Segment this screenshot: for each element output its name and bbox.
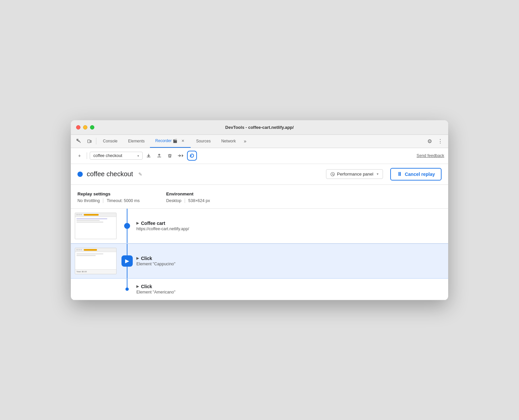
tab-network[interactable]: Network	[216, 134, 241, 148]
step-subtitle-1: https://coffee-cart.netlify.app/	[136, 227, 443, 231]
minimize-button[interactable]	[83, 125, 87, 130]
recording-status-dot	[77, 172, 83, 177]
close-button[interactable]	[76, 125, 80, 130]
settings-area: Replay settings No throttling Timeout: 5…	[71, 185, 448, 209]
step-row[interactable]: ▶ Coffee cart https://coffee-cart.netlif…	[71, 209, 448, 243]
settings-divider-2	[185, 198, 185, 203]
expand-arrow-icon-3: ▶	[136, 285, 139, 288]
step-connector-1	[120, 209, 134, 243]
window-title: DevTools - coffee-cart.netlify.app/	[225, 125, 294, 130]
environment-size: 538×624 px	[188, 198, 210, 203]
settings-divider-1	[103, 198, 103, 203]
step-row[interactable]: ▶ Click Element "Americano"	[71, 279, 448, 300]
thumbnail-box	[75, 213, 117, 239]
steps-list: ▶ Coffee cart https://coffee-cart.netlif…	[71, 209, 448, 300]
toolbar-separator-1	[87, 152, 87, 159]
export-recording-button[interactable]	[144, 151, 153, 160]
step-subtitle-2: Element "Cappucino"	[136, 262, 443, 266]
environment-col: Environment Desktop 538×624 px	[166, 191, 210, 203]
thumbnail-footer: Total: $0.00	[75, 269, 116, 274]
replay-settings-col: Replay settings No throttling Timeout: 5…	[77, 191, 140, 203]
environment-type: Desktop	[166, 198, 181, 203]
step-thumbnail-3	[71, 279, 120, 300]
tab-sources[interactable]: Sources	[191, 134, 216, 148]
tab-separator-1	[96, 138, 96, 144]
thumbnail-box-active: Total: $0.00	[75, 248, 117, 274]
traffic-lights	[76, 125, 94, 130]
step-title-1: ▶ Coffee cart	[136, 221, 443, 226]
replay-settings-heading: Replay settings	[77, 191, 140, 196]
step-node-small-3	[125, 288, 129, 291]
step-connector-3	[120, 279, 134, 300]
delete-recording-button[interactable]	[165, 151, 174, 160]
edit-recording-name-icon[interactable]: ✎	[138, 172, 142, 177]
recording-selector[interactable]: coffee checkout ▾	[90, 152, 143, 160]
title-bar: DevTools - coffee-cart.netlify.app/	[71, 120, 448, 135]
step-node-navigate	[124, 223, 130, 229]
import-recording-button[interactable]	[155, 151, 164, 160]
tab-bar: Console Elements Recorder 🎬 ✕ Sources Ne…	[71, 135, 448, 148]
play-arrow-icon: ▶	[125, 258, 129, 264]
step-thumbnail-active: Total: $0.00	[71, 244, 120, 278]
step-content-1: ▶ Coffee cart https://coffee-cart.netlif…	[134, 209, 448, 243]
timeout-value: Timeout: 5000 ms	[107, 198, 140, 203]
maximize-button[interactable]	[90, 125, 94, 130]
expand-arrow-icon: ▶	[136, 221, 139, 225]
svg-rect-1	[88, 140, 90, 143]
inspect-element-icon[interactable]	[73, 136, 84, 146]
svg-rect-2	[90, 140, 91, 142]
throttling-value: No throttling	[77, 198, 100, 203]
recording-title: coffee checkout	[87, 170, 133, 178]
chevron-down-icon: ▾	[137, 154, 139, 158]
step-subtitle-3: Element "Americano"	[136, 290, 443, 294]
step-thumbnail	[71, 209, 120, 243]
tab-recorder-content: Recorder 🎬 ✕	[155, 138, 185, 143]
environment-values: Desktop 538×624 px	[166, 198, 210, 203]
step-title-2: ▶ Click	[136, 256, 443, 261]
step-content-2: ▶ Click Element "Cappucino"	[134, 244, 448, 278]
settings-gear-icon[interactable]: ⚙	[424, 136, 435, 146]
send-feedback-link[interactable]: Send feedback	[417, 153, 444, 158]
step-over-button[interactable]	[176, 151, 185, 160]
step-connector-2: ▶	[120, 244, 134, 278]
more-options-icon[interactable]: ⋮	[435, 136, 446, 146]
tab-recorder[interactable]: Recorder 🎬 ✕	[150, 134, 191, 148]
device-toolbar-icon[interactable]	[84, 136, 95, 146]
tab-console[interactable]: Console	[98, 134, 123, 148]
replay-settings-values: No throttling Timeout: 5000 ms	[77, 198, 140, 203]
devtools-window: DevTools - coffee-cart.netlify.app/ Cons…	[71, 120, 448, 300]
environment-heading: Environment	[166, 191, 210, 196]
cancel-replay-button[interactable]: ⏸ Cancel replay	[390, 168, 442, 181]
step-content-3: ▶ Click Element "Americano"	[134, 279, 448, 300]
step-node-click-active: ▶	[121, 255, 133, 267]
step-title-3: ▶ Click	[136, 284, 443, 289]
performance-panel-button[interactable]: Performance panel ▾	[326, 169, 383, 179]
step-row[interactable]: Total: $0.00 ▶ ▶ Click Element "Cappucin…	[71, 243, 448, 279]
replay-button[interactable]	[187, 151, 197, 161]
recorder-toolbar: + coffee checkout ▾	[71, 148, 448, 164]
close-recorder-tab[interactable]: ✕	[180, 138, 185, 143]
more-tabs-button[interactable]: »	[241, 134, 249, 148]
perf-panel-chevron-icon: ▾	[377, 172, 379, 176]
add-recording-button[interactable]: +	[75, 151, 84, 160]
recording-header: coffee checkout ✎ Performance panel ▾ ⏸ …	[71, 164, 448, 185]
expand-arrow-icon-2: ▶	[136, 256, 139, 260]
tab-elements[interactable]: Elements	[123, 134, 150, 148]
